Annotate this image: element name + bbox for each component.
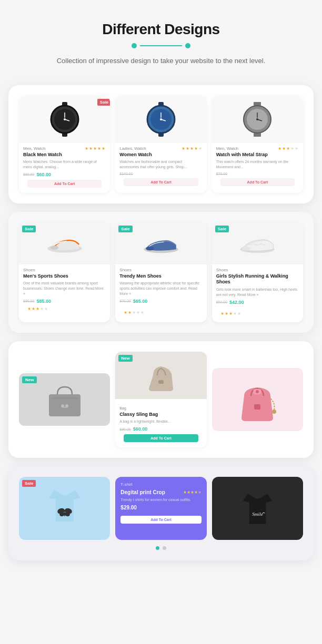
shoe-orange-info: Shoes Men's Sports Shoes One of the most… xyxy=(19,264,110,311)
watch-metal-price-old: $70.00 xyxy=(216,172,227,176)
watch-black-price: $80.00 $60.00 xyxy=(23,172,106,177)
tshirts-frame: Sale T-shirt Degital print Crop ★★★ xyxy=(8,466,314,560)
shoe-blue-price: $70.00 $65.00 xyxy=(119,299,202,304)
shoe-orange-sale-badge: Sale xyxy=(22,226,36,232)
carousel-dot-1[interactable] xyxy=(156,546,159,550)
tshirt-crop-price: $29.00 xyxy=(120,505,201,510)
page-header: Different Designs Collection of impressi… xyxy=(0,0,322,77)
divider-dot-left xyxy=(132,43,137,48)
sling-bag-price-old: $90.00 xyxy=(119,427,130,431)
title-divider xyxy=(11,43,311,48)
tshirt-butterfly-icon xyxy=(46,482,83,529)
svg-point-39 xyxy=(256,390,259,393)
bags-grid: New New xyxy=(19,352,303,447)
shoe-blue-name: Trendy Men Shoes xyxy=(119,273,202,280)
shoe-orange-price-old: $90.00 xyxy=(23,299,34,303)
tshirt-crop-stars: ★★★★★ xyxy=(183,490,202,495)
watch-metal-price: $70.00 xyxy=(216,172,299,176)
shoe-blue-image-area: Sale xyxy=(115,222,206,264)
tshirt-category-label: T-shirt xyxy=(120,482,201,487)
pink-bag-container xyxy=(212,368,303,431)
watch-metal-add-to-cart[interactable]: Add To Cart xyxy=(220,178,295,186)
svg-text:Smile: Smile xyxy=(252,512,263,517)
svg-rect-34 xyxy=(158,380,164,384)
shoe-white-price-old: $50.00 xyxy=(216,300,227,304)
grey-bag-icon xyxy=(44,379,86,421)
tshirt-smile-icon: Smile xyxy=(240,482,275,535)
watch-black-image-area: Sale xyxy=(19,96,110,143)
watch-black-desc: Mens Watches: Choose from a wide range o… xyxy=(23,159,106,170)
watch-blue-category: Ladies, Watch xyxy=(119,146,146,151)
sling-bag-image-area: New xyxy=(115,352,206,399)
watch-blue-price: $140.00 xyxy=(119,172,202,176)
sale-badge: Sale xyxy=(97,99,110,106)
svg-point-36 xyxy=(272,410,276,414)
watches-grid: Sale Men, Watch ★★★★★ Black Men Watch xyxy=(19,96,303,193)
watch-metal-name: Watch with Metal Strap xyxy=(216,152,299,158)
sling-bag-name: Classy Sling Bag xyxy=(119,412,202,418)
sling-bag-info: Bag Classy Sling Bag A bag is a lightwei… xyxy=(115,399,206,442)
watch-black-add-to-cart[interactable]: Add To Cart xyxy=(27,180,102,188)
shoe-blue-sale-badge: Sale xyxy=(118,226,132,232)
shoe-orange-category: Shoes xyxy=(23,268,35,272)
watch-metal-image-area xyxy=(212,96,303,143)
watch-blue-name: Women Watch xyxy=(119,152,202,158)
shoes-grid: Sale Shoes Men's Sports Shoes One of the… xyxy=(19,222,303,322)
product-card-black-watch: Sale Men, Watch ★★★★★ Black Men Watch xyxy=(19,96,110,193)
shoe-white-stars: ★★★★★ xyxy=(220,311,242,316)
shoe-blue-category: Shoes xyxy=(119,268,132,272)
tshirt-sale-badge: Sale xyxy=(22,480,36,487)
sling-bag-add-to-cart[interactable]: Add To Cart xyxy=(124,434,198,442)
divider-dot-right xyxy=(185,43,190,48)
watch-black-name: Black Men Watch xyxy=(23,152,106,158)
carousel-dots xyxy=(19,546,303,550)
product-card-trendy-shoe: Sale Shoes Trendy Men Shoes Wearing the … xyxy=(115,222,206,322)
page-subtitle: Collection of impressive design to take … xyxy=(11,56,311,66)
pink-bag-image xyxy=(212,368,303,431)
watch-black-icon xyxy=(46,101,83,138)
watch-metal-stars: ★★★★★ xyxy=(278,146,299,151)
page-title: Different Designs xyxy=(11,21,311,38)
shoe-blue-icon xyxy=(143,225,179,262)
watch-black-info: Men, Watch ★★★★★ Black Men Watch Mens Wa… xyxy=(19,143,110,188)
shoe-blue-price-old: $70.00 xyxy=(119,299,130,303)
sling-bag-sale-badge: New xyxy=(118,355,132,362)
tshirt-butterfly-card: Sale xyxy=(19,477,110,540)
grey-bag-badge: New xyxy=(22,376,37,383)
tshirts-grid: Sale T-shirt Degital print Crop ★★★ xyxy=(19,477,303,540)
shoe-blue-desc: Wearing the appropriate athletic shoe fo… xyxy=(119,281,202,296)
shoe-orange-desc: One of the most valuable brands among sp… xyxy=(23,281,106,296)
svg-point-28 xyxy=(243,247,251,251)
watch-blue-info: Ladies, Watch ★★★★★ Women Watch Watches … xyxy=(115,143,206,186)
product-card-sports-shoe: Sale Shoes Men's Sports Shoes One of the… xyxy=(19,222,110,322)
svg-point-24 xyxy=(50,246,58,250)
watch-metal-icon xyxy=(239,101,276,138)
watches-frame: Sale Men, Watch ★★★★★ Black Men Watch xyxy=(8,85,314,203)
product-card-metal-watch: Men, Watch ★★★★★ Watch with Metal Strap … xyxy=(212,96,303,193)
svg-point-26 xyxy=(146,247,154,251)
shoe-white-icon xyxy=(239,225,276,262)
shoe-white-price: $50.00 $42.00 xyxy=(216,300,299,305)
carousel-dot-2[interactable] xyxy=(163,546,166,550)
shoe-blue-stars: ★★★★★ xyxy=(124,310,145,315)
watch-black-price-new: $60.00 xyxy=(36,172,51,177)
tshirt-crop-add-to-cart[interactable]: Add To Cart xyxy=(120,516,201,524)
shoe-orange-name: Men's Sports Shoes xyxy=(23,273,106,280)
shoes-frame: Sale Shoes Men's Sports Shoes One of the… xyxy=(8,212,314,333)
watch-blue-stars: ★★★★★ xyxy=(182,146,203,151)
shoe-white-info: Shoes Girls Stylish Running & Walking Sh… xyxy=(212,264,303,317)
tshirt-crop-name: Degital print Crop xyxy=(120,489,165,496)
shoe-white-image-area: Sale xyxy=(212,222,303,264)
watch-blue-price-old: $140.00 xyxy=(119,172,133,176)
watch-blue-add-to-cart[interactable]: Add To Cart xyxy=(124,178,198,186)
shoe-white-sale-badge: Sale xyxy=(215,226,229,232)
sling-bag-category: Bag xyxy=(119,406,126,410)
shoe-orange-icon xyxy=(46,225,83,262)
sling-bag-price: $90.00 $60.00 xyxy=(119,426,202,432)
watch-black-stars: ★★★★★ xyxy=(85,146,106,151)
watch-blue-icon xyxy=(143,101,179,138)
svg-rect-30 xyxy=(52,397,78,399)
divider-line xyxy=(140,45,182,46)
svg-rect-33 xyxy=(62,407,68,408)
watch-blue-desc: Watches are fashionable and compact acce… xyxy=(119,159,202,170)
